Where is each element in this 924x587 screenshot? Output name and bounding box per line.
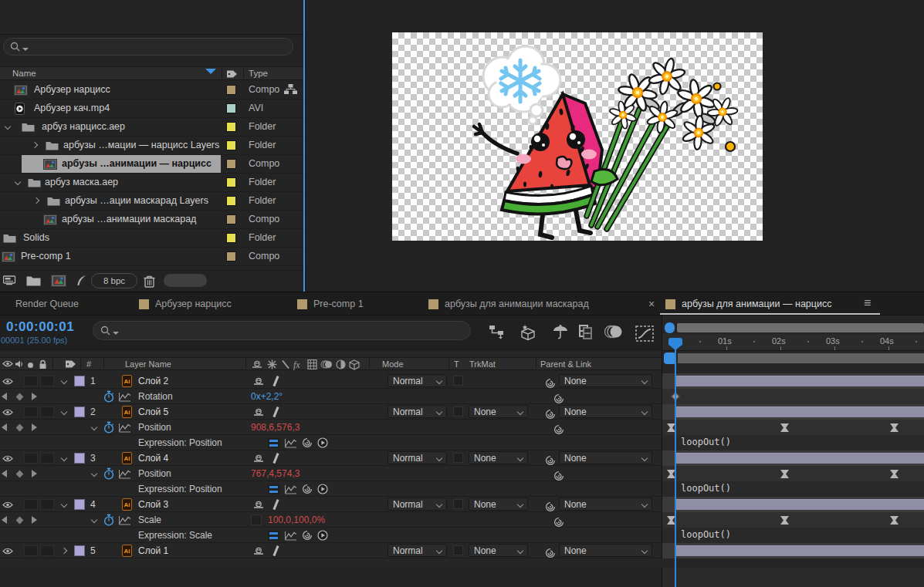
parent-dropdown[interactable]: None xyxy=(559,405,652,418)
label-color-swatch[interactable] xyxy=(226,214,236,224)
tab-comp-4-active[interactable]: арбузы для анимации — нарцисс xyxy=(665,292,831,315)
folder-collapsed-chevron-icon[interactable] xyxy=(32,142,38,148)
expression-row[interactable]: Expression: Scale loopOut() xyxy=(0,528,924,543)
preserve-transparency-column-header[interactable]: T xyxy=(454,359,459,369)
solo-switch[interactable] xyxy=(40,545,54,556)
expression-graph-icon[interactable] xyxy=(284,484,297,494)
layer-row[interactable]: 2 Ai Слой 5 Normal None None xyxy=(0,404,924,420)
layer-row[interactable]: 4 Ai Слой 3 Normal None None xyxy=(0,497,924,512)
frame-blend-icon[interactable] xyxy=(307,359,317,369)
property-row[interactable]: Position 908,6,576,3 xyxy=(0,420,924,435)
layer-shy-switch[interactable] xyxy=(253,373,264,389)
label-color-swatch[interactable] xyxy=(226,177,236,187)
layer-shy-switch[interactable] xyxy=(253,497,264,512)
layer-expand-chevron-icon[interactable] xyxy=(61,378,67,384)
layer-quality-switch[interactable] xyxy=(272,499,279,510)
expression-pickwhip-icon[interactable] xyxy=(302,484,313,494)
timeline-navigator-bar[interactable] xyxy=(677,323,924,332)
folder-expand-chevron-icon[interactable] xyxy=(5,123,11,130)
project-horizontal-scrollbar[interactable] xyxy=(164,274,207,287)
keyframe-hourglass[interactable] xyxy=(889,469,899,479)
expression-code[interactable]: loopOut() xyxy=(681,483,731,494)
layer-row[interactable]: 5 Ai Слой 1 Normal None None xyxy=(0,543,924,558)
label-color-swatch[interactable] xyxy=(226,196,236,206)
close-tab-icon[interactable]: × xyxy=(648,298,655,310)
draft-3d-icon[interactable] xyxy=(551,324,570,339)
layer-color-swatch[interactable] xyxy=(74,545,85,556)
add-keyframe-icon[interactable] xyxy=(15,423,23,431)
property-row[interactable]: Position 767,4,574,3 xyxy=(0,466,924,481)
layer-quality-switch[interactable] xyxy=(272,453,279,464)
blend-mode-dropdown[interactable]: Normal xyxy=(388,451,447,464)
timeline-search-input[interactable] xyxy=(93,321,471,340)
trkmat-column-header[interactable]: TrkMat xyxy=(469,359,496,369)
expression-label[interactable]: Expression: Position xyxy=(138,481,222,497)
current-timecode[interactable]: 0:00:00:01 xyxy=(6,319,74,335)
bit-depth-button[interactable]: 8 bpc xyxy=(91,273,137,288)
expression-label[interactable]: Expression: Position xyxy=(138,435,222,450)
new-composition-button[interactable] xyxy=(51,275,66,287)
layer-collapsed-chevron-icon[interactable] xyxy=(61,548,67,554)
blend-mode-dropdown[interactable]: Normal xyxy=(388,498,447,511)
eye-icon[interactable] xyxy=(2,497,13,512)
parent-dropdown[interactable]: None xyxy=(559,544,652,557)
expression-language-menu-icon[interactable] xyxy=(317,530,328,541)
expression-label[interactable]: Expression: Scale xyxy=(138,528,212,543)
project-row-folder[interactable]: арбуз нарцисс.aep Folder xyxy=(0,118,303,137)
time-ruler[interactable]: 0s 01s 02s 03s 04s xyxy=(662,334,924,351)
layer-duration-bar[interactable] xyxy=(676,545,924,556)
expression-pickwhip-icon[interactable] xyxy=(302,437,313,448)
layer-row[interactable]: 3 Ai Слой 4 Normal None None xyxy=(0,450,924,466)
audio-switch[interactable] xyxy=(24,453,38,464)
layer-color-swatch[interactable] xyxy=(74,376,85,386)
blend-mode-dropdown[interactable]: Normal xyxy=(388,405,447,418)
stopwatch-icon[interactable] xyxy=(103,466,115,481)
audio-switch[interactable] xyxy=(24,376,38,386)
layer-name[interactable]: Слой 2 xyxy=(138,373,168,389)
trkmat-dropdown[interactable]: None xyxy=(469,405,528,418)
layer-name[interactable]: Слой 4 xyxy=(138,450,168,466)
property-expand-chevron-icon[interactable] xyxy=(91,424,97,430)
trkmat-dropdown[interactable]: None xyxy=(469,498,528,511)
layer-color-swatch[interactable] xyxy=(74,407,85,417)
adjustment-layer-icon[interactable] xyxy=(336,359,346,369)
layer-duration-bar[interactable] xyxy=(676,376,924,386)
mode-column-header[interactable]: Mode xyxy=(382,359,404,369)
layer-color-swatch[interactable] xyxy=(74,453,85,464)
layer-duration-bar[interactable] xyxy=(676,407,924,417)
preserve-transparency-checkbox[interactable] xyxy=(453,376,463,386)
graph-editor-icon[interactable] xyxy=(635,324,655,342)
layer-expand-chevron-icon[interactable] xyxy=(61,455,67,461)
add-keyframe-icon[interactable] xyxy=(15,393,23,400)
project-row-folder[interactable]: арбуз маска.aep Folder xyxy=(0,174,303,192)
blend-mode-dropdown[interactable]: Normal xyxy=(388,374,447,387)
next-keyframe-icon[interactable] xyxy=(32,423,37,431)
collapse-transforms-icon[interactable] xyxy=(267,359,277,369)
project-row-composition[interactable]: арбузы …анимации маскарад Compo xyxy=(0,211,303,229)
audio-switch[interactable] xyxy=(24,545,38,556)
layer-name[interactable]: Слой 5 xyxy=(138,404,168,420)
name-column-header[interactable]: Name xyxy=(12,69,36,78)
expression-enable-icon[interactable] xyxy=(268,438,279,448)
frame-blending-icon[interactable] xyxy=(578,324,593,340)
property-row[interactable]: Rotation 0x+2,2° xyxy=(0,389,924,404)
layer-shy-switch[interactable] xyxy=(253,543,264,558)
tab-render-queue[interactable]: Render Queue xyxy=(15,292,79,315)
keyframe-hourglass[interactable] xyxy=(780,515,790,525)
layer-shy-switch[interactable] xyxy=(253,450,264,466)
solo-switch[interactable] xyxy=(40,376,54,386)
previous-keyframe-icon[interactable] xyxy=(2,516,7,524)
color-depth-feather-icon[interactable] xyxy=(76,275,88,288)
project-row-footage[interactable]: Арбузер кач.mp4 AVI xyxy=(0,100,303,118)
layer-quality-switch[interactable] xyxy=(272,407,279,417)
quality-icon[interactable] xyxy=(281,359,290,369)
parent-link-column-header[interactable]: Parent & Link xyxy=(540,359,591,369)
project-row-folder[interactable]: Solids Folder xyxy=(0,229,303,248)
project-row-folder[interactable]: арбузы …мации — нарцисс Layers Folder xyxy=(0,137,303,155)
property-name[interactable]: Rotation xyxy=(138,389,173,404)
label-column-icon[interactable] xyxy=(226,69,238,79)
timeline-navigator-start-handle[interactable] xyxy=(665,322,675,333)
project-search-input[interactable] xyxy=(3,38,293,56)
previous-keyframe-icon[interactable] xyxy=(2,470,7,477)
shy-icon[interactable] xyxy=(252,359,262,369)
